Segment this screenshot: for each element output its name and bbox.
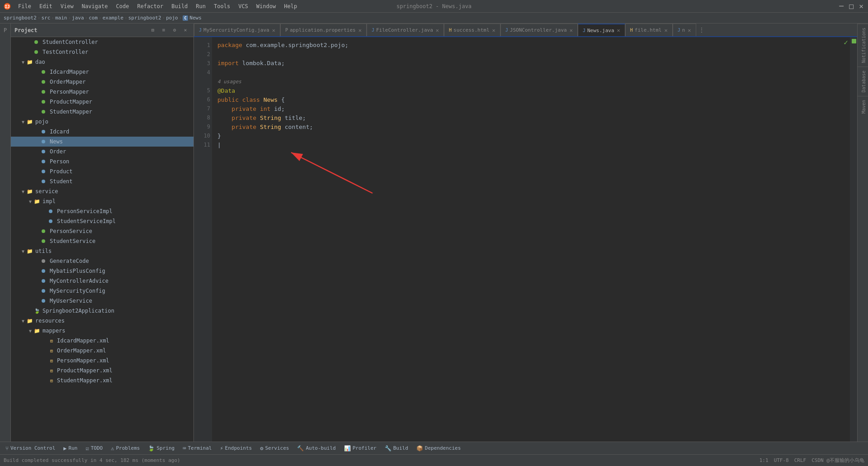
tree-item-pojo[interactable]: ▼ 📁 pojo (11, 117, 193, 127)
code-line-5: @Data (217, 86, 844, 95)
tree-item-impl[interactable]: ▼ 📁 impl (11, 196, 193, 206)
tree-item-personMapper[interactable]: PersonMapper (11, 87, 193, 97)
encoding: UTF-8 (774, 457, 789, 463)
tab-icon: H (630, 28, 633, 33)
menu-edit[interactable]: Edit (36, 2, 56, 10)
tree-item-student[interactable]: Student (11, 176, 193, 186)
panel-expand-btn[interactable]: ⊞ (148, 26, 157, 35)
tree-item-news[interactable]: News (11, 137, 193, 147)
menu-help[interactable]: Help (280, 2, 301, 10)
notifications-panel-btn[interactable]: Notifications (858, 24, 868, 67)
tree-item-studentMapperXml[interactable]: ⊞ StudentMapper.xml (11, 376, 193, 385)
tree-item-productMapper[interactable]: ProductMapper (11, 97, 193, 107)
right-sidebar: Notifications Database Maven (857, 24, 868, 442)
menu-refactor[interactable]: Refactor (133, 2, 167, 10)
tab-fileController[interactable]: J FileController.java ✕ (367, 24, 444, 36)
tree-item-studentMapper[interactable]: StudentMapper (11, 107, 193, 117)
tree-item-personServiceImpl[interactable]: PersonServiceImpl (11, 206, 193, 216)
menu-code[interactable]: Code (113, 2, 133, 10)
tree-item-product[interactable]: Product (11, 166, 193, 176)
app-logo: IJ (4, 3, 11, 10)
endpoints-btn[interactable]: ⚡ Endpoints (216, 444, 255, 452)
tree-item-idcardMapperXml[interactable]: ⊞ IdcardMapper.xml (11, 336, 193, 346)
close-button[interactable]: ✕ (858, 3, 864, 10)
tab-successHtml[interactable]: H success.html ✕ (444, 24, 500, 36)
maven-panel-btn[interactable]: Maven (858, 96, 868, 117)
minimize-button[interactable]: ─ (838, 3, 844, 10)
tree-item-springboot2App[interactable]: 🍃 Springboot2Application (11, 306, 193, 316)
menu-vcs[interactable]: VCS (235, 2, 252, 10)
breadcrumb-project[interactable]: springboot2 (4, 15, 37, 21)
tree-item-orderMapper[interactable]: OrderMapper (11, 77, 193, 87)
panel-collapse-btn[interactable]: ≡ (159, 26, 168, 35)
tree-item-mySercurityConfig[interactable]: MySercurityConfig (11, 286, 193, 296)
tab-fileHtml[interactable]: H file.html ✕ (625, 24, 673, 36)
tree-item-orderMapperXml[interactable]: ⊞ OrderMapper.xml (11, 346, 193, 356)
tree-item-studentServiceImpl[interactable]: StudentServiceImpl (11, 216, 193, 226)
tab-newsJava[interactable]: J News.java ✕ (578, 24, 625, 36)
tab-icon: J (372, 28, 374, 33)
run-btn[interactable]: ▶ Run (60, 444, 81, 452)
menu-window[interactable]: Window (253, 2, 279, 10)
menu-file[interactable]: File (14, 2, 35, 10)
maximize-button[interactable]: □ (848, 3, 854, 10)
tree-item-dao[interactable]: ▼ 📁 dao (11, 57, 193, 67)
build-btn[interactable]: 🔧 Build (381, 444, 412, 452)
tab-mySercurityConfig[interactable]: J MySercurityConfig.java ✕ (194, 24, 280, 36)
panel-settings-btn[interactable]: ⚙ (170, 26, 179, 35)
tree-item-idcardMapper[interactable]: IdcardMapper (11, 67, 193, 77)
todo-btn[interactable]: ☑ TODO (82, 444, 106, 452)
profiler-btn[interactable]: 📊 Profiler (340, 444, 380, 452)
tree-item-mappers[interactable]: ▼ 📁 mappers (11, 326, 193, 336)
tree-item-studentService[interactable]: StudentService (11, 236, 193, 246)
tab-close-btn[interactable]: ✕ (664, 27, 667, 33)
tab-jsonController[interactable]: J JSONController.java ✕ (500, 24, 578, 36)
menu-tools[interactable]: Tools (210, 2, 234, 10)
tree-item-person[interactable]: Person (11, 157, 193, 166)
tab-close-btn[interactable]: ✕ (359, 27, 362, 33)
spring-btn[interactable]: 🍃 Spring (144, 444, 178, 452)
tab-close-btn[interactable]: ✕ (272, 27, 275, 33)
tree-item-resources[interactable]: ▼ 📁 resources (11, 316, 193, 326)
code-editor[interactable]: package com.example.springboot2.pojo; im… (212, 37, 850, 442)
auto-build-btn[interactable]: 🔨 Auto-build (293, 444, 339, 452)
version-control-btn[interactable]: ⑂ Version Control (2, 444, 59, 452)
tab-applicationProperties[interactable]: P application.properties ✕ (280, 24, 367, 36)
tree-item-idcard[interactable]: Idcard (11, 127, 193, 137)
tree-item-order[interactable]: Order (11, 147, 193, 157)
tree-item-utils[interactable]: ▼ 📁 utils (11, 246, 193, 256)
dependencies-btn[interactable]: 📦 Dependencies (413, 444, 464, 452)
sidebar-project-icon[interactable]: P (0, 25, 10, 35)
tab-n[interactable]: J n ✕ (673, 24, 696, 36)
terminal-btn[interactable]: ⌨ Terminal (179, 444, 215, 452)
tab-close-btn[interactable]: ✕ (492, 27, 495, 33)
tab-icon: J (199, 28, 202, 33)
tree-item-personService[interactable]: PersonService (11, 226, 193, 236)
tree-item-personMapperXml[interactable]: ⊞ PersonMapper.xml (11, 356, 193, 366)
panel-close-btn[interactable]: ✕ (181, 26, 190, 35)
tabs-overflow-btn[interactable]: ⋮ (696, 24, 707, 36)
tree-item-myControllerAdvice[interactable]: MyControllerAdvice (11, 276, 193, 286)
tab-close-btn[interactable]: ✕ (617, 27, 620, 33)
tree-item-generateCode[interactable]: GenerateCode (11, 256, 193, 266)
tree-item-studentController[interactable]: StudentController (11, 37, 193, 47)
tree-item-testController[interactable]: TestController (11, 47, 193, 57)
tree-item-productMapperXml[interactable]: ⊞ ProductMapper.xml (11, 366, 193, 376)
editor-content[interactable]: 1 2 3 4 5 6 7 8 9 10 11 package com.exam… (194, 37, 857, 442)
bottom-toolbar: ⑂ Version Control ▶ Run ☑ TODO ⚠ Problem… (0, 442, 868, 454)
tab-close-btn[interactable]: ✕ (570, 27, 573, 33)
tab-close-btn[interactable]: ✕ (436, 27, 439, 33)
menu-run[interactable]: Run (192, 2, 209, 10)
tab-close-btn[interactable]: ✕ (688, 27, 691, 33)
tree-item-myUserService[interactable]: MyUserService (11, 296, 193, 306)
problems-btn[interactable]: ⚠ Problems (107, 444, 143, 452)
database-panel-btn[interactable]: Database (858, 67, 868, 96)
tree-item-service[interactable]: ▼ 📁 service (11, 186, 193, 196)
cursor-position: 1:1 (760, 457, 769, 463)
tab-label: n (682, 27, 685, 33)
menu-build[interactable]: Build (168, 2, 191, 10)
tree-item-mybatisPlusConfig[interactable]: MybatisPlusConfig (11, 266, 193, 276)
menu-navigate[interactable]: Navigate (78, 2, 112, 10)
menu-view[interactable]: View (57, 2, 77, 10)
services-btn[interactable]: ⚙ Services (256, 444, 292, 452)
